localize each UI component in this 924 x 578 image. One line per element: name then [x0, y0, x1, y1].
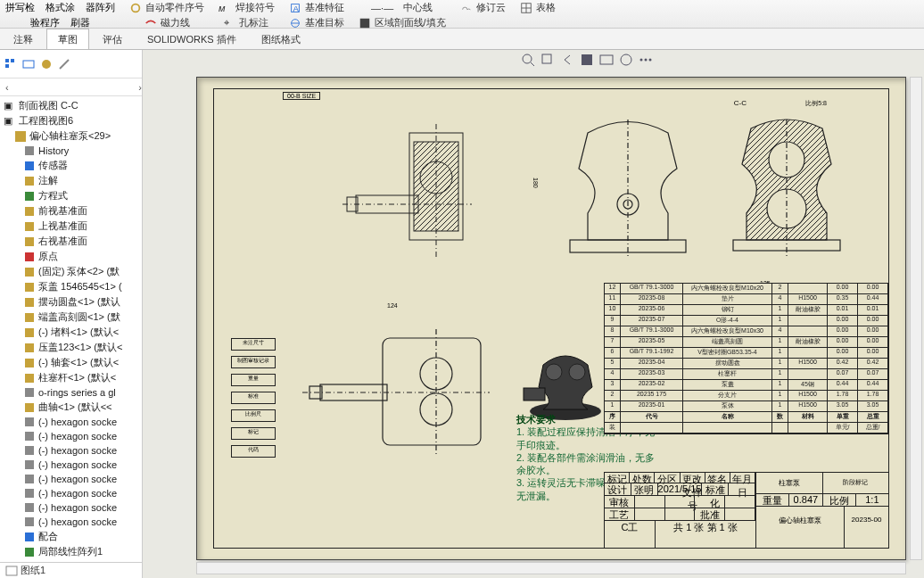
centerline-button[interactable]: —·— 中心线	[371, 1, 433, 14]
tree-item[interactable]: 曲轴<1> (默认<<	[0, 400, 142, 415]
magnetic-line-button[interactable]: 磁力线	[144, 16, 190, 29]
display-icon[interactable]	[21, 57, 36, 71]
tree-item[interactable]: 注解	[0, 173, 142, 188]
ribbon-btn[interactable]: 格式涂	[45, 1, 75, 14]
tree-item[interactable]: (-) hexagon socke	[0, 458, 142, 472]
tree-item[interactable]: (-) 堵料<1> (默认<	[0, 325, 142, 340]
svg-point-49	[621, 54, 631, 65]
svg-rect-41	[25, 533, 34, 541]
tree-item[interactable]: (-) 轴套<1> (默认<	[0, 355, 142, 370]
tab-sheetformat[interactable]: 图纸格式	[250, 29, 312, 49]
svg-rect-21	[25, 237, 34, 246]
datum-feature-button[interactable]: A基准特征	[289, 1, 344, 14]
ribbon-btn[interactable]: 器阵列	[86, 1, 115, 14]
tree-root-assembly[interactable]: 偏心轴柱塞泵<29>	[0, 128, 142, 144]
side-label: 制图审核记录	[231, 356, 276, 368]
ribbon-btn[interactable]: 拼写检	[5, 1, 35, 14]
revision-cloud-button[interactable]: 修订云	[460, 1, 506, 14]
tree-item[interactable]: (-) hexagon socke	[0, 500, 142, 515]
command-tabs: 注释 草图 评估 SOLIDWORKS 插件 图纸格式	[0, 29, 924, 50]
ribbon-group-table: 表格	[520, 1, 556, 14]
svg-rect-15	[25, 146, 34, 155]
svg-line-45	[531, 62, 534, 66]
tree-item[interactable]: (-) hexagon socke	[0, 486, 142, 500]
prev-view-icon[interactable]	[559, 52, 575, 68]
ribbon-group-datum: A基准特征 基准目标	[289, 1, 344, 29]
svg-rect-34	[25, 432, 34, 441]
tree-item[interactable]: o-rings series a gl	[0, 385, 142, 400]
svg-point-72	[420, 393, 452, 425]
tree-icon[interactable]	[4, 57, 18, 71]
tree-item[interactable]: (-) hexagon socke	[0, 443, 142, 458]
area-hatch-button[interactable]: 区域剖面线/填充	[359, 16, 446, 29]
datum-target-button[interactable]: 基准目标	[289, 16, 344, 29]
zoom-area-icon[interactable]	[540, 52, 556, 68]
svg-text:A: A	[293, 3, 299, 12]
tree-item[interactable]: 前视基准面	[0, 203, 142, 219]
auto-balloon-button[interactable]: 自动零件序号	[129, 1, 204, 14]
scale-right: 比例5:8	[805, 99, 827, 108]
tree-item[interactable]: (固定) 泵体<2> (默	[0, 264, 142, 279]
horizontal-scrollbar[interactable]	[196, 562, 906, 574]
tree-item[interactable]: (-) hexagon socke	[0, 515, 142, 529]
tab-addins[interactable]: SOLIDWORKS 插件	[136, 29, 248, 49]
tree-item[interactable]: 局部线性阵列1	[0, 544, 142, 559]
ribbon-btn[interactable]: 刷器	[70, 16, 90, 29]
tree-item[interactable]: 配合	[0, 529, 142, 544]
hole-callout-button[interactable]: ⌖ 孔标注	[224, 16, 268, 29]
tree-item[interactable]: 方程式	[0, 188, 142, 203]
tree-item[interactable]: (-) hexagon socke	[0, 472, 142, 486]
more-icon[interactable]	[638, 52, 654, 68]
hide-show-icon[interactable]	[618, 52, 634, 68]
svg-point-79	[569, 364, 585, 380]
chevron-left-icon[interactable]: ‹	[5, 82, 9, 93]
svg-rect-5	[359, 18, 369, 28]
svg-rect-37	[25, 475, 34, 483]
weld-symbol-button[interactable]: м 焊接符号	[219, 1, 275, 14]
display-style-icon[interactable]	[598, 52, 615, 68]
tab-evaluate[interactable]: 评估	[91, 29, 134, 49]
table-button[interactable]: 表格	[520, 1, 556, 14]
prop-icon[interactable]	[57, 57, 71, 71]
vertical-scrollbar[interactable]	[910, 77, 922, 560]
tree-item[interactable]: 摆动圆盘<1> (默认	[0, 294, 142, 310]
svg-rect-24	[25, 283, 34, 292]
tree-item[interactable]: 传感器	[0, 158, 142, 173]
heads-up-toolbar	[520, 52, 654, 68]
tree-item[interactable]: 右视基准面	[0, 234, 142, 249]
svg-rect-14	[15, 131, 26, 142]
feature-tree-panel: ‹ › ▣剖面视图 C-C ▣工程图视图6 偏心轴柱塞泵<29> History…	[0, 50, 143, 578]
tree-drawing-view[interactable]: ▣工程图视图6	[0, 113, 142, 128]
tree-item[interactable]: 上视基准面	[0, 219, 142, 234]
tree-item[interactable]: (-) hexagon socke	[0, 415, 142, 429]
drawing-canvas[interactable]: 00-B SIZE C-C 比例5:8	[143, 50, 924, 578]
svg-rect-23	[25, 268, 34, 277]
feature-tree[interactable]: ▣剖面视图 C-C ▣工程图视图6 偏心轴柱塞泵<29> History传感器注…	[0, 96, 142, 562]
tab-annotate[interactable]: 注释	[2, 29, 45, 49]
section-icon[interactable]	[579, 52, 595, 68]
sheet-tab[interactable]: 图纸1	[0, 562, 142, 578]
chevron-right-icon[interactable]: ›	[138, 82, 142, 93]
tree-item[interactable]: 压盖123<1> (默认<	[0, 340, 142, 355]
tab-sketch[interactable]: 草图	[46, 29, 89, 49]
panel-breadcrumb: ‹ ›	[0, 78, 142, 96]
tree-item[interactable]: History	[0, 144, 142, 158]
svg-rect-22	[25, 252, 34, 261]
drawing-sheet: 00-B SIZE C-C 比例5:8	[196, 77, 906, 560]
tree-item[interactable]: 柱塞杆<1> (默认<	[0, 370, 142, 385]
svg-rect-19	[25, 207, 34, 216]
ribbon-group-balloon: 自动零件序号 磁力线	[129, 1, 204, 29]
svg-point-52	[649, 59, 652, 62]
svg-point-78	[546, 364, 562, 380]
tree-section-view[interactable]: ▣剖面视图 C-C	[0, 98, 142, 113]
tree-item[interactable]: 端盖高刻圆<1> (默	[0, 310, 142, 325]
tree-item[interactable]: 泵盖 1546545<1> (	[0, 279, 142, 294]
section-label: C-C	[734, 99, 747, 107]
config-icon[interactable]	[39, 57, 54, 71]
ribbon-btn[interactable]: 验程序	[30, 16, 60, 29]
zoom-fit-icon[interactable]	[520, 52, 536, 68]
svg-rect-32	[25, 403, 34, 412]
svg-point-13	[42, 60, 51, 69]
tree-item[interactable]: (-) hexagon socke	[0, 429, 142, 443]
tree-item[interactable]: 原点	[0, 249, 142, 264]
